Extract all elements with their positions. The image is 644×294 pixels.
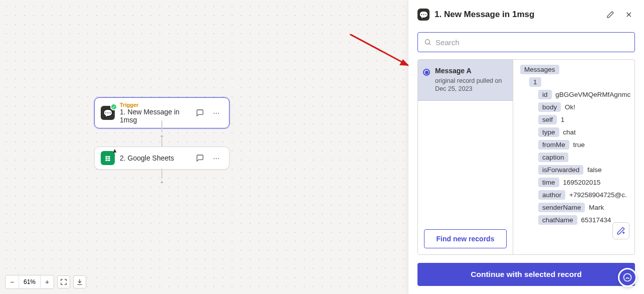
onemsg-icon: 💬 [417, 9, 430, 21]
data-value: 65317434 [579, 216, 611, 224]
data-key: id [538, 90, 552, 99]
status-badge-warning: ▲ [112, 147, 118, 154]
svg-marker-6 [399, 59, 409, 66]
node-menu-button[interactable]: ⋯ [209, 106, 223, 120]
node-comment-button[interactable] [193, 106, 207, 120]
node-comment-button[interactable] [193, 151, 207, 165]
data-key: caption [538, 153, 568, 162]
data-key: chatName [538, 215, 577, 225]
data-key-index: 1 [529, 77, 541, 87]
edit-button[interactable] [604, 8, 617, 21]
search-input[interactable] [436, 38, 628, 47]
records-list: Message A original record pulled on Dec … [418, 60, 513, 254]
connector-line [161, 169, 162, 179]
data-key: self [538, 115, 557, 124]
step-details-panel: 💬 1. New Message in 1msg ✕ Message A ori… [408, 0, 644, 294]
svg-line-5 [350, 34, 409, 66]
radio-selected-icon [423, 69, 430, 76]
node-text: Trigger 1. New Message in 1msg [120, 102, 188, 124]
help-fab[interactable] [618, 268, 637, 287]
search-icon [424, 38, 432, 46]
node-trigger-label: Trigger [120, 102, 188, 108]
node-title: 2. Google Sheets [120, 154, 188, 162]
data-key: body [538, 102, 561, 112]
data-value: true [571, 141, 585, 149]
status-badge-ok: ✓ [110, 103, 117, 110]
zoom-out-button[interactable]: − [6, 275, 19, 288]
onemsg-icon: 💬 ✓ [101, 106, 115, 120]
data-key-root: Messages [520, 65, 559, 74]
find-records-button[interactable]: Find new records [424, 229, 507, 248]
zoom-level-text: 61% [19, 275, 41, 288]
download-button[interactable] [73, 275, 86, 288]
record-title: Message A [435, 67, 507, 75]
data-value: 1 [559, 116, 564, 123]
google-sheets-icon: ▲ [101, 151, 115, 165]
zoom-controls: − 61% + [5, 275, 86, 289]
connector-line [161, 120, 162, 132]
data-key: fromMe [538, 140, 569, 150]
search-container[interactable] [417, 32, 635, 52]
panel-header: 💬 1. New Message in 1msg ✕ [408, 0, 644, 27]
workflow-node-sheets[interactable]: ▲ 2. Google Sheets ⋯ [94, 146, 230, 170]
add-step-button[interactable]: + [158, 179, 165, 186]
data-key: author [538, 190, 565, 200]
zoom-in-button[interactable]: + [41, 275, 54, 288]
data-key: type [538, 127, 559, 137]
data-value: gBGGeVMQeRMfAgnmc [554, 91, 631, 98]
connector-line [161, 137, 162, 148]
data-value: +79258904725@c. [567, 191, 626, 199]
record-item[interactable]: Message A original record pulled on Dec … [418, 60, 513, 101]
data-key: time [538, 178, 559, 187]
node-menu-button[interactable]: ⋯ [209, 151, 223, 165]
edit-data-button[interactable] [612, 222, 629, 239]
continue-button[interactable]: Continue with selected record [417, 263, 635, 286]
panel-title: 1. New Message in 1msg [435, 10, 599, 20]
svg-point-9 [425, 40, 430, 44]
close-button[interactable]: ✕ [622, 8, 635, 21]
data-value: Ok! [563, 103, 575, 111]
node-title: 1. New Message in 1msg [120, 108, 188, 124]
node-text: 2. Google Sheets [120, 154, 188, 162]
record-subtitle: original record pulled on Dec 25, 2023 [435, 77, 507, 93]
svg-line-10 [429, 44, 431, 45]
data-value: false [585, 166, 601, 174]
data-value: Mark [587, 204, 604, 211]
fit-view-button[interactable] [57, 275, 70, 288]
data-key: senderName [538, 203, 585, 212]
data-value: 1695202015 [561, 179, 601, 186]
record-data-viewer[interactable]: Messages 1 id gBGGeVMQeRMfAgnmcbody Ok!s… [513, 60, 634, 254]
data-key: isForwarded [538, 165, 583, 175]
data-value: chat [561, 128, 576, 136]
